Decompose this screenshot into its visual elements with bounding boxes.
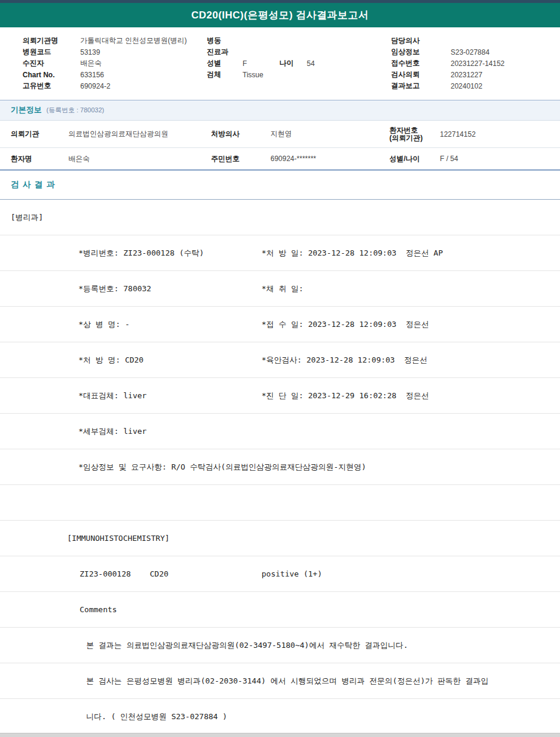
result-detail-row: *등록번호: 780032 *채 취 일: xyxy=(0,271,560,307)
field-value: 633156 xyxy=(80,71,104,79)
cell-label-line2: (의뢰기관) xyxy=(389,134,440,142)
field-row: 의뢰기관명 가톨릭대학교 인천성모병원(병리) xyxy=(23,35,207,46)
cell-value: 지현영 xyxy=(270,129,389,139)
field-label: 검사의뢰 xyxy=(391,70,451,80)
comment-line: 니다. ( 인천성모병원 S23-027884 ) xyxy=(86,711,227,722)
ihc-section-header-row: [IMMUNOHISTOCHEMISTRY] xyxy=(0,521,560,556)
result-detail-row: *병리번호: ZI23-000128 (수탁) *처 방 일: 2023-12-… xyxy=(0,235,560,271)
cell-value: 690924-******* xyxy=(270,155,389,163)
cell-value: 122714152 xyxy=(440,130,560,138)
field-value: 690924-2 xyxy=(80,82,111,90)
result-detail-row: *임상정보 및 요구사항: R/O 수탁검사(의료법인삼광의료재단삼광의원-지현… xyxy=(0,449,560,485)
field-row: 임상정보 S23-027884 xyxy=(391,46,560,58)
cell-value: 의료법인삼광의료재단삼광의원 xyxy=(68,129,211,139)
field-label: 진료과 xyxy=(207,47,243,57)
field-label: 담당의사 xyxy=(391,36,451,46)
section-test-results-header: 검 사 결 과 xyxy=(0,171,560,200)
report-title: CD20(IHC)(은평성모) 검사결과보고서 xyxy=(191,8,369,22)
table-row: 의뢰기관 의료법인삼광의료재단삼광의원 처방의사 지현영 환자번호 (의뢰기관)… xyxy=(0,121,560,148)
field-value: 20231227 xyxy=(451,71,482,79)
field-label: 의뢰기관명 xyxy=(23,36,80,46)
patient-header-right-column: 담당의사 임상정보 S23-027884 접수번호 20231227-14152… xyxy=(391,35,560,92)
result-detail-row: *상 병 명: - *접 수 일: 2023-12-28 12:09:03 정은… xyxy=(0,307,560,342)
registration-number: (등록번호 : 780032) xyxy=(46,106,104,115)
bottom-bar xyxy=(0,733,560,737)
field-value: 배은숙 xyxy=(80,58,102,68)
field-value: 20231227-14152 xyxy=(451,59,505,68)
field-row: 진료과 xyxy=(207,46,391,58)
patient-header-left-column: 의뢰기관명 가톨릭대학교 인천성모병원(병리) 병원코드 53139 수진자 배… xyxy=(23,35,207,92)
result-left: *임상정보 및 요구사항: R/O 수탁검사(의료법인삼광의료재단삼광의원-지현… xyxy=(78,462,366,473)
report-title-bar: CD20(IHC)(은평성모) 검사결과보고서 xyxy=(0,3,560,27)
field-label: 검체 xyxy=(207,70,243,80)
field-row: 성별 F 나이 54 xyxy=(207,58,391,69)
section-title: 검 사 결 과 xyxy=(11,179,55,189)
result-value: positive (1+) xyxy=(262,569,322,578)
comment-row: 본 검사는 은평성모병원 병리과(02-2030-3144) 에서 시행되었으며… xyxy=(0,663,560,699)
field-label: 병동 xyxy=(207,36,243,46)
field-row: 고유번호 690924-2 xyxy=(23,80,207,92)
section-title: 기본정보 xyxy=(11,105,42,115)
basic-info-table: 의뢰기관 의료법인삼광의료재단삼광의원 처방의사 지현영 환자번호 (의뢰기관)… xyxy=(0,121,560,171)
field-row: 접수번호 20231227-14152 xyxy=(391,58,560,69)
comments-header-row: Comments xyxy=(0,592,560,628)
cell-value: F / 54 xyxy=(440,155,560,163)
result-right: *진 단 일: 2023-12-29 16:02:28 정은선 xyxy=(262,390,429,401)
result-detail-row: *대표검체: liver *진 단 일: 2023-12-29 16:02:28… xyxy=(0,378,560,414)
field-label: 접수번호 xyxy=(391,58,451,68)
cell-label-line1: 환자번호 xyxy=(389,127,440,134)
result-left: *대표검체: liver xyxy=(78,390,262,401)
comment-line: 본 검사는 은평성모병원 병리과(02-2030-3144) 에서 시행되었으며… xyxy=(86,676,489,686)
field-value: 20240102 xyxy=(451,82,482,90)
specimen-number: ZI23-000128 xyxy=(80,569,150,578)
result-left: *등록번호: 780032 xyxy=(78,284,262,294)
field-label: Chart No. xyxy=(23,71,80,79)
result-detail-row: *처 방 명: CD20 *육안검사: 2023-12-28 12:09:03 … xyxy=(0,342,560,378)
cell-label: 환자명 xyxy=(11,154,68,164)
field-label: 나이 xyxy=(279,58,307,68)
result-right: *채 취 일: xyxy=(262,284,303,294)
ihc-result-row: ZI23-000128 CD20 positive (1+) xyxy=(0,556,560,592)
field-row: 검사의뢰 20231227 xyxy=(391,69,560,80)
field-row: Chart No. 633156 xyxy=(23,69,207,80)
table-row: 환자명 배은숙 주민번호 690924-******* 성별/나이 F / 54 xyxy=(0,148,560,169)
field-value: Tissue xyxy=(243,71,263,79)
cell-label: 처방의사 xyxy=(211,129,270,139)
field-row: 수진자 배은숙 xyxy=(23,58,207,69)
field-value: S23-027884 xyxy=(451,48,489,56)
comments-label: Comments xyxy=(80,605,117,614)
cell-label: 성별/나이 xyxy=(389,155,440,163)
test-results-body: [병리과] *병리번호: ZI23-000128 (수탁) *처 방 일: 20… xyxy=(0,200,560,735)
test-name: CD20 xyxy=(150,569,262,578)
cell-value: 배은숙 xyxy=(68,154,211,164)
field-row: 결과보고 20240102 xyxy=(391,80,560,92)
cell-label: 의뢰기관 xyxy=(11,129,68,139)
comment-row: 니다. ( 인천성모병원 S23-027884 ) xyxy=(0,699,560,735)
field-label: 성별 xyxy=(207,58,243,68)
result-right: *접 수 일: 2023-12-28 12:09:03 정은선 xyxy=(262,319,429,330)
field-label: 고유번호 xyxy=(23,81,80,91)
result-left: *상 병 명: - xyxy=(78,319,262,330)
result-detail-row: *세부검체: liver xyxy=(0,414,560,449)
department-name: [병리과] xyxy=(11,212,43,223)
field-value: 54 xyxy=(307,59,314,68)
cell-label: 환자번호 (의뢰기관) xyxy=(389,127,440,142)
result-left: *세부검체: liver xyxy=(78,426,262,437)
field-row: 병원코드 53139 xyxy=(23,46,207,58)
comment-row: 본 결과는 의료법인삼광의료재단삼광의원(02-3497-5180~4)에서 재… xyxy=(0,628,560,663)
field-label: 병원코드 xyxy=(23,47,80,57)
result-right: *육안검사: 2023-12-28 12:09:03 정은선 xyxy=(262,355,427,366)
cell-label: 주민번호 xyxy=(211,154,270,164)
result-right: *처 방 일: 2023-12-28 12:09:03 정은선 AP xyxy=(262,248,443,259)
field-label: 임상정보 xyxy=(391,47,451,57)
field-row: 병동 xyxy=(207,35,391,46)
patient-header: 의뢰기관명 가톨릭대학교 인천성모병원(병리) 병원코드 53139 수진자 배… xyxy=(0,27,560,100)
ihc-section-title: [IMMUNOHISTOCHEMISTRY] xyxy=(67,534,169,543)
patient-header-middle-column: 병동 진료과 성별 F 나이 54 검체 Tissue xyxy=(207,35,391,92)
department-header-row: [병리과] xyxy=(0,200,560,235)
field-value: F xyxy=(243,59,279,68)
empty-row xyxy=(0,485,560,521)
field-row: 검체 Tissue xyxy=(207,69,391,80)
field-label: 결과보고 xyxy=(391,81,451,91)
section-basic-info-header: 기본정보 (등록번호 : 780032) xyxy=(0,100,560,121)
